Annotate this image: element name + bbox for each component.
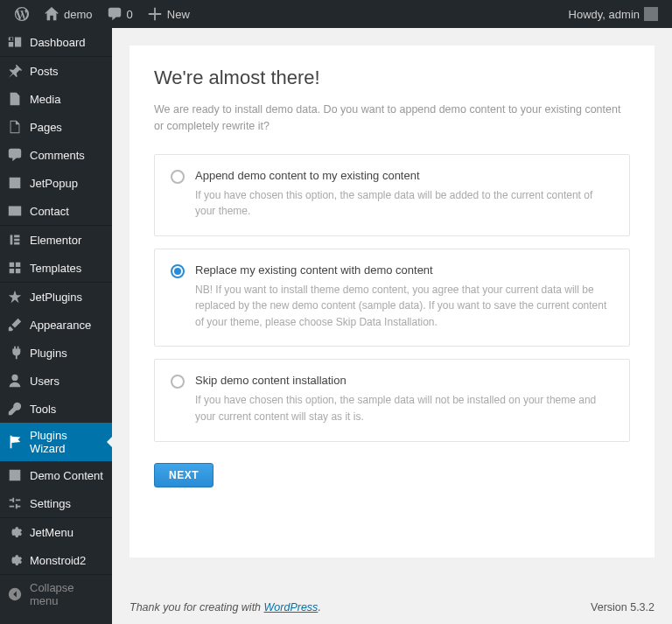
new-label: New [167,8,190,21]
sidebar-item-pages[interactable]: Pages [0,113,112,141]
page-subtitle: We are ready to install demo data. Do yo… [154,102,630,135]
sidebar-item-label: Templates [30,262,81,275]
option-title: Skip demo content installation [195,374,613,387]
page-icon [7,119,23,135]
sidebar-item-elementor[interactable]: Elementor [0,226,112,254]
sidebar-item-label: JetPopup [30,177,78,190]
sidebar-item-plugins[interactable]: Plugins [0,339,112,367]
sidebar-item-label: Elementor [30,234,81,247]
sidebar-item-label: Dashboard [30,36,86,49]
sidebar-item-label: Plugins Wizard [30,429,105,455]
content-area: We're almost there! We are ready to inst… [112,28,672,624]
sidebar-item-label: Monstroid2 [30,554,86,567]
sidebar-item-jetplugins[interactable]: JetPlugins [0,283,112,311]
sidebar-item-jetpopup[interactable]: JetPopup [0,169,112,197]
sidebar-item-comments[interactable]: Comments [0,141,112,169]
options-group: Append demo content to my existing conte… [154,154,630,442]
sidebar-item-label: Media [30,93,60,106]
sidebar-item-label: Plugins [30,347,67,360]
version-label: Version 5.3.2 [591,601,654,613]
sidebar-item-label: Appearance [30,319,91,332]
sidebar-item-demo-content[interactable]: Demo Content [0,461,112,489]
option-desc: NB! If you want to install theme demo co… [195,282,613,331]
sidebar-item-collapse-menu[interactable]: Collapse menu [0,575,112,613]
comments-link[interactable]: 0 [100,0,140,28]
gear-icon [7,552,23,568]
sidebar-item-dashboard[interactable]: Dashboard [0,28,112,56]
sidebar-item-templates[interactable]: Templates [0,254,112,282]
brush-icon [7,317,23,333]
account-link[interactable]: Howdy, admin [562,0,665,28]
sidebar-item-jetmenu[interactable]: JetMenu [0,518,112,546]
option-title: Replace my existing content with demo co… [195,263,613,277]
comment-icon [107,6,122,22]
sidebar-item-posts[interactable]: Posts [0,57,112,85]
site-name-link[interactable]: demo [37,0,100,28]
option-title: Append demo content to my existing conte… [195,169,613,182]
wp-logo[interactable] [7,0,37,28]
jet-icon [7,289,23,305]
admin-sidebar: DashboardPostsMediaPagesCommentsJetPopup… [0,28,112,624]
new-content-link[interactable]: New [140,0,197,28]
plug-icon [7,345,23,361]
inbox-icon [7,467,23,483]
user-icon [7,373,23,389]
sidebar-item-label: Pages [30,121,62,134]
plus-icon [147,6,163,22]
wordpress-link[interactable]: WordPress [264,601,318,613]
site-name-label: demo [64,8,93,21]
sidebar-item-label: Collapse menu [30,581,105,607]
sidebar-item-users[interactable]: Users [0,367,112,395]
option-0[interactable]: Append demo content to my existing conte… [154,154,630,236]
sidebar-item-label: JetPlugins [30,291,82,304]
admin-bar: demo 0 New Howdy, admin [0,0,672,28]
greeting-label: Howdy, admin [569,8,640,21]
option-desc: If you have chosen this option, the samp… [195,392,613,424]
radio-0[interactable] [171,170,185,184]
avatar [644,7,658,21]
sidebar-item-monstroid2[interactable]: Monstroid2 [0,546,112,574]
sidebar-item-label: Settings [30,497,71,510]
wrench-icon [7,401,23,417]
radio-2[interactable] [171,375,185,389]
option-1[interactable]: Replace my existing content with demo co… [154,249,630,347]
sidebar-item-label: Posts [30,65,59,78]
popup-icon [7,175,23,191]
next-button[interactable]: NEXT [154,463,214,487]
wizard-panel: We're almost there! We are ready to inst… [130,46,654,557]
option-desc: If you have chosen this option, the samp… [195,187,613,220]
home-icon [44,6,60,22]
sidebar-item-plugins-wizard[interactable]: Plugins Wizard [0,423,112,461]
sliders-icon [7,495,23,511]
radio-1[interactable] [171,264,185,278]
sidebar-item-tools[interactable]: Tools [0,395,112,423]
sidebar-item-media[interactable]: Media [0,85,112,113]
sidebar-item-appearance[interactable]: Appearance [0,311,112,339]
footer-thanks-prefix: Thank you for creating with [130,601,264,613]
sidebar-item-label: Demo Content [30,469,103,482]
pin-icon [7,63,23,79]
templates-icon [7,260,23,276]
sidebar-item-label: Users [30,375,60,388]
sidebar-item-settings[interactable]: Settings [0,489,112,517]
wordpress-icon [14,6,30,22]
gear-icon [7,524,23,540]
sidebar-item-label: Comments [30,149,85,162]
comments-count: 0 [127,8,133,21]
comment-icon [7,147,23,163]
footer-thanks-suffix: . [318,601,320,613]
envelope-icon [7,203,23,219]
collapse-icon [7,586,23,602]
media-icon [7,91,23,107]
footer: Thank you for creating with WordPress. V… [112,591,672,624]
page-title: We're almost there! [154,67,630,89]
dashboard-icon [7,34,23,50]
sidebar-item-label: JetMenu [30,526,74,539]
sidebar-item-contact[interactable]: Contact [0,197,112,225]
option-2[interactable]: Skip demo content installationIf you hav… [154,359,630,441]
sidebar-item-label: Tools [30,403,56,416]
sidebar-item-label: Contact [30,205,69,218]
flag-icon [7,434,23,450]
elementor-icon [7,232,23,248]
